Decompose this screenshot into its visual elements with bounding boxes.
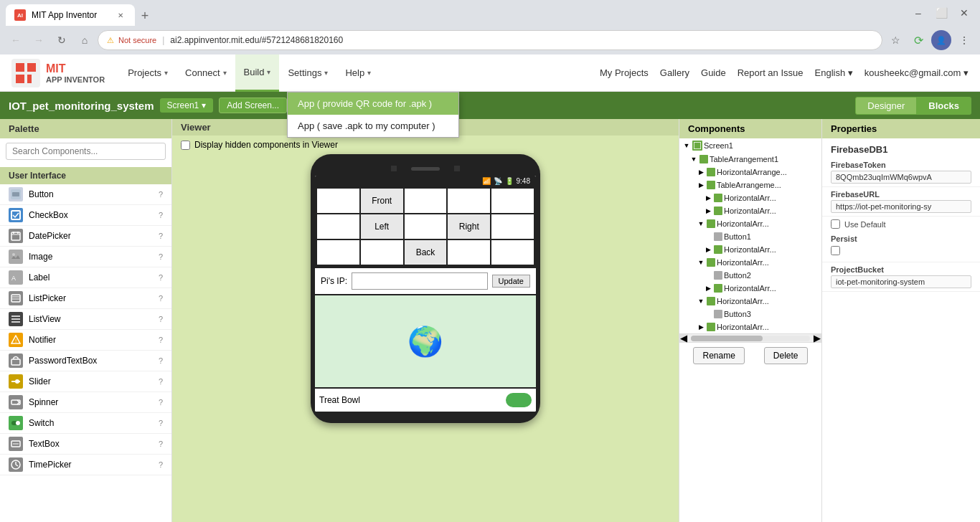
comp-h2-expanded[interactable]: ▼ HorizontalArr... xyxy=(679,217,821,230)
switch-help-icon[interactable]: ? xyxy=(159,419,163,427)
reload-button[interactable]: ↻ xyxy=(52,30,72,50)
close-button[interactable]: ✕ xyxy=(954,3,974,23)
back-button[interactable]: Back xyxy=(404,239,448,265)
user-account[interactable]: kousheekc@gmail.com ▾ xyxy=(864,67,969,78)
checkbox-help-icon[interactable]: ? xyxy=(159,211,163,219)
guide-link[interactable]: Guide xyxy=(701,67,726,78)
scroll-left-button[interactable]: ◀ xyxy=(679,334,688,342)
timepicker-help-icon[interactable]: ? xyxy=(159,460,163,469)
language-selector[interactable]: English ▾ xyxy=(815,67,853,78)
passwordtextbox-help-icon[interactable]: ? xyxy=(159,356,163,365)
project-bucket-value[interactable]: iot-pet-monitoring-system xyxy=(831,275,971,288)
palette-item-listview[interactable]: ListView ? xyxy=(0,309,171,330)
right-button[interactable]: Right xyxy=(447,214,491,239)
update-button[interactable]: Update xyxy=(492,275,530,288)
toggle-h2e[interactable]: ▼ xyxy=(697,219,705,228)
browser-tab-active[interactable]: AI MIT App Inventor ✕ xyxy=(6,4,135,26)
left-button[interactable]: Left xyxy=(360,214,404,239)
palette-item-textbox[interactable]: TextBox ? xyxy=(0,434,171,455)
comp-h3d[interactable]: ▶ HorizontalArr... xyxy=(679,282,821,295)
menu-button[interactable]: ⋮ xyxy=(954,30,974,50)
comp-screen1[interactable]: ▼ Screen1 xyxy=(679,138,821,153)
back-button[interactable]: ← xyxy=(6,30,26,50)
gallery-link[interactable]: Gallery xyxy=(660,67,689,78)
palette-item-spinner[interactable]: Spinner ? xyxy=(0,392,171,413)
image-help-icon[interactable]: ? xyxy=(159,252,163,261)
search-components-input[interactable] xyxy=(6,143,166,160)
rename-button[interactable]: Rename xyxy=(693,347,744,364)
toggle-h3b[interactable]: ▶ xyxy=(704,207,712,215)
dropdown-item-save[interactable]: App ( save .apk to my computer ) xyxy=(288,115,458,137)
button-help-icon[interactable]: ? xyxy=(159,190,163,199)
palette-item-datepicker[interactable]: DatePicker ? xyxy=(0,226,171,247)
palette-item-listpicker[interactable]: ListPicker ? xyxy=(0,288,171,309)
toggle-h2l[interactable]: ▶ xyxy=(697,323,705,331)
display-hidden-checkbox[interactable] xyxy=(181,141,190,150)
nav-build[interactable]: Build ▾ xyxy=(235,54,280,92)
palette-item-image[interactable]: Image ? xyxy=(0,247,171,267)
palette-item-button[interactable]: Button ? xyxy=(0,184,171,205)
palette-item-label[interactable]: A Label ? xyxy=(0,267,171,288)
firebase-token-value[interactable]: 8QQmb23uqImWMq6wpvA xyxy=(831,171,971,184)
maximize-button[interactable]: ⬜ xyxy=(931,3,951,23)
palette-item-timepicker[interactable]: TimePicker ? xyxy=(0,455,171,475)
nav-help[interactable]: Help ▾ xyxy=(336,54,380,92)
listview-help-icon[interactable]: ? xyxy=(159,315,163,323)
datepicker-help-icon[interactable]: ? xyxy=(159,232,163,240)
home-button[interactable]: ⌂ xyxy=(75,30,95,50)
new-tab-button[interactable]: + xyxy=(135,6,155,26)
toggle-h2e3[interactable]: ▼ xyxy=(697,297,705,305)
scroll-right-button[interactable]: ▶ xyxy=(813,334,821,342)
blocks-button[interactable]: Blocks xyxy=(917,97,971,115)
nav-connect[interactable]: Connect ▾ xyxy=(176,54,235,92)
spinner-help-icon[interactable]: ? xyxy=(159,398,163,407)
designer-button[interactable]: Designer xyxy=(855,97,917,115)
ip-input[interactable] xyxy=(352,272,488,290)
textbox-help-icon[interactable]: ? xyxy=(159,440,163,448)
palette-item-checkbox[interactable]: CheckBox ? xyxy=(0,205,171,226)
screen-selector[interactable]: Screen1 ▾ xyxy=(160,98,214,113)
toggle-h2e2[interactable]: ▼ xyxy=(697,258,705,267)
minimize-button[interactable]: – xyxy=(908,3,928,23)
delete-button[interactable]: Delete xyxy=(764,347,808,364)
palette-item-notifier[interactable]: ! Notifier ? xyxy=(0,330,171,351)
label-help-icon[interactable]: ? xyxy=(159,273,163,282)
forward-button[interactable]: → xyxy=(29,30,49,50)
comp-h2-exp3[interactable]: ▼ HorizontalArr... xyxy=(679,295,821,308)
front-button[interactable]: Front xyxy=(360,188,404,214)
dropdown-item-qr[interactable]: App ( provide QR code for .apk ) xyxy=(288,92,458,115)
firebase-url-value[interactable]: https://iot-pet-monitoring-sy xyxy=(831,200,971,213)
comp-h2-exp2[interactable]: ▼ HorizontalArr... xyxy=(679,256,821,269)
comp-h3b[interactable]: ▶ HorizontalArr... xyxy=(679,204,821,217)
extension-button[interactable]: ⟳ xyxy=(908,30,928,50)
comp-h3c[interactable]: ▶ HorizontalArr... xyxy=(679,243,821,256)
toggle-h3d[interactable]: ▶ xyxy=(704,284,712,293)
my-projects-link[interactable]: My Projects xyxy=(600,67,649,78)
tab-close-button[interactable]: ✕ xyxy=(115,9,126,21)
comp-horizontal1[interactable]: ▶ HorizontalArrange... xyxy=(679,166,821,179)
use-default-checkbox[interactable] xyxy=(831,219,840,229)
nav-settings[interactable]: Settings ▾ xyxy=(279,54,336,92)
comp-h2-last[interactable]: ▶ HorizontalArr... xyxy=(679,321,821,333)
notifier-help-icon[interactable]: ? xyxy=(159,336,163,344)
palette-item-switch[interactable]: Switch ? xyxy=(0,413,171,434)
comp-tablearrangement1[interactable]: ▼ TableArrangement1 xyxy=(679,153,821,166)
palette-item-slider[interactable]: Slider ? xyxy=(0,371,171,392)
palette-item-passwordtextbox[interactable]: PasswordTextBox ? xyxy=(0,351,171,371)
comp-button3[interactable]: ▶ Button3 xyxy=(679,308,821,321)
toggle-screen1[interactable]: ▼ xyxy=(682,141,691,150)
toggle-h3c[interactable]: ▶ xyxy=(704,245,712,254)
persist-checkbox[interactable] xyxy=(831,246,840,255)
toggle-ta2[interactable]: ▶ xyxy=(697,181,705,189)
comp-tablearrangement2[interactable]: ▶ TableArrangeme... xyxy=(679,179,821,191)
profile-button[interactable]: 👤 xyxy=(931,30,951,50)
components-scrollbar[interactable]: ◀ ▶ xyxy=(679,333,821,342)
url-bar[interactable]: ⚠ Not secure | ai2.appinventor.mit.edu/#… xyxy=(98,30,882,50)
listpicker-help-icon[interactable]: ? xyxy=(159,294,163,303)
toggle-h3a[interactable]: ▶ xyxy=(704,194,712,202)
slider-help-icon[interactable]: ? xyxy=(159,377,163,386)
scrollbar-thumb[interactable] xyxy=(691,336,763,341)
comp-button2[interactable]: ▶ Button2 xyxy=(679,269,821,282)
comp-h3a[interactable]: ▶ HorizontalArr... xyxy=(679,191,821,204)
treat-switch[interactable] xyxy=(506,393,532,407)
